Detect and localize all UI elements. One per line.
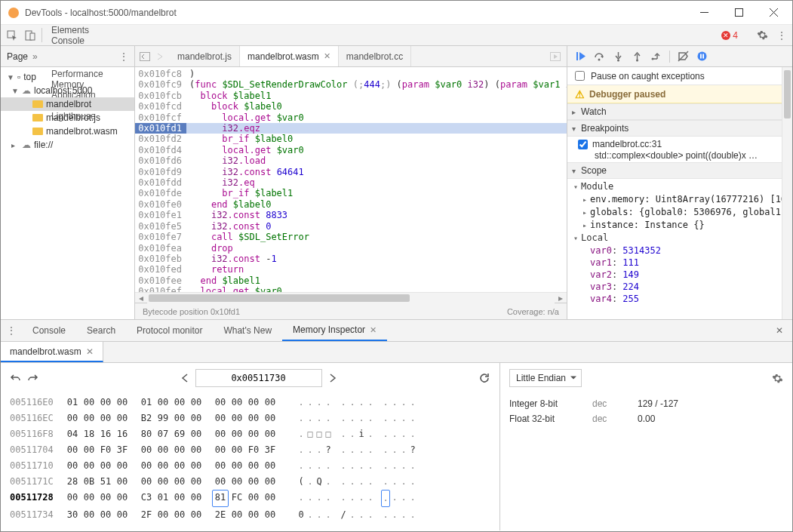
memory-address-input[interactable] [195, 369, 322, 387]
breakpoints-section-header[interactable]: ▾Breakpoints [567, 120, 792, 137]
refresh-icon[interactable] [478, 372, 490, 384]
more-menu-icon[interactable]: ⋮ [777, 30, 786, 41]
undo-icon[interactable] [10, 373, 21, 384]
nav-page-tab[interactable]: Page [7, 51, 28, 62]
run-snippet-icon[interactable] [544, 46, 567, 66]
hex-row[interactable]: 005116E0010000000100000000000000........… [10, 395, 490, 411]
hex-row[interactable]: 00511734300000002F0000002E0000000.../...… [10, 507, 490, 523]
memory-settings-icon[interactable] [772, 373, 783, 384]
debugger-panel: Pause on caught exceptions ⚠ Debugger pa… [567, 46, 792, 319]
memory-file-tab[interactable]: mandelbrot.wasm✕ [1, 342, 103, 362]
drawer-tab-search[interactable]: Search [76, 320, 126, 341]
step-into-icon[interactable] [613, 51, 624, 62]
main-tab-bar: ElementsConsoleSourcesNetworkPerformance… [1, 25, 792, 46]
scope-section-header[interactable]: ▾Scope [567, 162, 792, 179]
breakpoint-item[interactable]: mandelbrot.cc:31 [575, 138, 792, 150]
device-toggle-icon[interactable] [25, 30, 35, 41]
window-close[interactable] [756, 2, 791, 24]
next-page-icon[interactable] [322, 369, 343, 387]
horizontal-scrollbar[interactable]: ◂▸ [135, 292, 567, 303]
hex-row[interactable]: 005116EC00000000B299000000000000........… [10, 411, 490, 426]
close-icon[interactable]: ✕ [324, 51, 330, 61]
resume-icon[interactable] [575, 51, 586, 62]
main-tab-elements[interactable]: Elements [42, 25, 112, 35]
step-icon[interactable] [650, 51, 662, 62]
nav-menu-icon[interactable]: ⋮ [119, 51, 128, 62]
drawer-close-icon[interactable]: ✕ [767, 320, 792, 341]
debugger-toolbar [567, 46, 792, 67]
redo-icon[interactable] [27, 373, 38, 384]
pause-on-exceptions-row: Pause on caught exceptions [567, 67, 792, 85]
scope-variable[interactable]: var2: 149 [573, 269, 792, 281]
pause-caught-label: Pause on caught exceptions [591, 71, 705, 81]
drawer-tab-console[interactable]: Console [22, 320, 76, 341]
tree-file-mandelbrot-wasm[interactable]: mandelbrot.wasm [1, 125, 134, 138]
step-out-icon[interactable] [632, 51, 643, 62]
tree-file-mandelbrot[interactable]: mandelbrot [1, 97, 134, 111]
watch-section-header[interactable]: ▸Watch [567, 103, 792, 120]
tree-host[interactable]: ▼☁localhost:5000 [1, 84, 134, 97]
tree-file-scheme[interactable]: ▸☁file:// [1, 138, 134, 152]
prev-page-icon[interactable] [174, 369, 195, 387]
svg-rect-1 [735, 9, 742, 17]
window-title: DevTools - localhost:5000/mandelbrot [25, 8, 687, 18]
svg-rect-9 [576, 52, 578, 60]
close-icon[interactable]: ✕ [370, 325, 377, 335]
devtools-icon [8, 8, 19, 18]
svg-point-15 [652, 58, 654, 60]
sources-nav-panel: Page » ⋮ ▼▫top ▼☁localhost:5000 mandelbr… [1, 46, 135, 319]
file-tab[interactable]: mandelbrot.cc [339, 46, 411, 66]
svg-rect-6 [30, 33, 35, 40]
scope-variable[interactable]: var4: 255 [573, 293, 792, 305]
tree-file-mandelbrot-js[interactable]: mandelbrot.js [1, 111, 134, 125]
drawer-menu-icon[interactable]: ⋮ [1, 320, 22, 341]
deactivate-bp-icon[interactable] [678, 51, 689, 62]
scope-variable[interactable]: var0: 5314352 [573, 244, 792, 257]
window-minimize[interactable] [687, 2, 721, 24]
pause-exceptions-icon[interactable] [696, 51, 708, 62]
window-titlebar: DevTools - localhost:5000/mandelbrot [1, 1, 792, 25]
breakpoint-enabled-checkbox[interactable] [578, 140, 588, 149]
hex-row[interactable]: 00511710000000000000000000000000........… [10, 458, 490, 474]
hex-row[interactable]: 0051172800000000C301000081FC0000........… [10, 490, 490, 507]
hex-row[interactable]: 005116F8041816168007690000000000.□□□..i.… [10, 426, 490, 442]
drawer-tab-bar: ⋮ ConsoleSearchProtocol monitorWhat's Ne… [1, 319, 792, 342]
scope-variable[interactable]: var1: 111 [573, 257, 792, 269]
settings-gear-icon[interactable] [757, 29, 768, 41]
file-tab[interactable]: mandelbrot.wasm✕ [240, 46, 339, 66]
step-over-icon[interactable] [594, 51, 605, 62]
breakpoint-preview: std::complex<double> point((double)x … [575, 150, 792, 161]
code-editor[interactable]: 0x010fc8 0x010fc9 0x010fcb 0x010fcd 0x01… [135, 67, 567, 292]
hex-row[interactable]: 005117040000F03F000000000000F03F...?....… [10, 442, 490, 458]
warning-icon: ⚠ [575, 88, 585, 100]
folder-icon [32, 100, 43, 108]
pause-caught-checkbox[interactable] [575, 71, 585, 81]
file-tab-bar: mandelbrot.jsmandelbrot.wasm✕mandelbrot.… [135, 46, 567, 67]
close-icon[interactable]: ✕ [86, 346, 94, 357]
tab-history-back-icon[interactable] [140, 52, 150, 61]
drawer-tab-memory-inspector[interactable]: Memory Inspector✕ [282, 320, 387, 341]
drawer-tab-protocol-monitor[interactable]: Protocol monitor [126, 320, 213, 341]
endian-select[interactable]: Little Endian [509, 369, 582, 387]
nav-more-tabs-icon[interactable]: » [32, 51, 119, 62]
debugger-paused-banner: ⚠ Debugger paused [567, 85, 792, 103]
svg-point-14 [636, 60, 638, 62]
vertical-scrollbar[interactable] [782, 67, 792, 319]
window-maximize[interactable] [721, 2, 756, 24]
main-tab-console[interactable]: Console [42, 35, 112, 46]
folder-icon [32, 128, 43, 135]
svg-rect-19 [702, 54, 704, 59]
tab-history-fwd-icon[interactable] [155, 52, 165, 61]
file-tab[interactable]: mandelbrot.js [170, 46, 240, 66]
file-tree: ▼▫top ▼☁localhost:5000 mandelbrot mandel… [1, 67, 134, 155]
scope-variable[interactable]: var3: 224 [573, 281, 792, 293]
memory-hex-view: 005116E0010000000100000000000000........… [1, 363, 499, 530]
editor-status-bar: Bytecode position 0x10fd1 Coverage: n/a [135, 303, 567, 319]
hex-row[interactable]: 0051171C280B51000000000000000000(.Q.....… [10, 474, 490, 490]
memory-file-tab-bar: mandelbrot.wasm✕ [1, 342, 792, 363]
tree-top[interactable]: ▼▫top [1, 70, 134, 84]
inspect-icon[interactable] [7, 30, 17, 41]
scope-tree: ▾Module ▸env.memory: Uint8Array(16777216… [567, 179, 792, 306]
error-count-badge[interactable]: ✕4 [721, 30, 738, 41]
drawer-tab-what-s-new[interactable]: What's New [213, 320, 282, 341]
